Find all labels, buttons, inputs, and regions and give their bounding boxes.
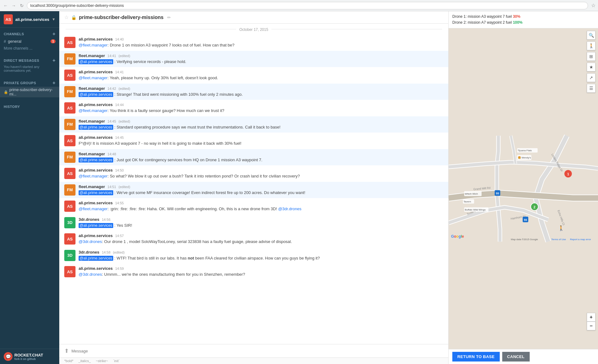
map-layers-button[interactable]: ⊞ (587, 52, 596, 61)
messages-list: October 17, 2015 AS ali.prime.services 1… (59, 24, 448, 344)
message-author: fleet.manager (79, 152, 105, 156)
svg-text:Tavern: Tavern (464, 200, 471, 203)
add-private-group-button[interactable]: + (52, 80, 56, 85)
url-bar[interactable] (27, 2, 588, 9)
italic-hint: _italics_ (78, 359, 91, 363)
message-edited: (edited) (119, 54, 130, 58)
svg-text:55: 55 (524, 218, 527, 221)
avatar: AS (64, 201, 75, 212)
map-search-button[interactable]: 🔍 (587, 31, 596, 40)
mention: @3dr.drones (79, 239, 102, 244)
message-time: 14:55 (115, 201, 124, 205)
map-zoom-out-button[interactable]: − (587, 322, 596, 330)
message-author: ali.prime.services (79, 201, 113, 205)
message-row: AS ali.prime.services 14:40 @fleet.manag… (59, 34, 448, 51)
sidebar-item-general[interactable]: # general 1 (0, 38, 59, 45)
bold-hint: *bold* (64, 359, 73, 363)
message-input[interactable] (71, 349, 443, 353)
message-author: ali.prime.services (79, 135, 113, 140)
map-container[interactable]: Grand Mill Rd Linden Ridge Dr Echo Hills… (449, 28, 598, 349)
svg-text:Which Wich: Which Wich (465, 192, 478, 195)
map-star-button[interactable]: ★ (587, 63, 596, 71)
map-menu-button[interactable]: ☰ (587, 84, 596, 93)
rocket-chat-logo[interactable]: 💬 ROCKET.CHAT fork it on github (4, 352, 43, 361)
strike-hint: ~strike~ (96, 359, 108, 363)
message-row: FM fleet.manager 14:45 (edited) @ali.pri… (59, 116, 448, 133)
mention: @fleet.manager (79, 206, 108, 211)
private-groups-label: PRIVATE GROUPS (4, 81, 36, 85)
bookmark-icon[interactable]: ☆ (591, 2, 596, 8)
avatar: FM (64, 184, 75, 196)
avatar: AS (64, 70, 75, 81)
message-content: ali.prime.services 14:41 @fleet.manager:… (79, 70, 443, 81)
svg-text:1: 1 (567, 172, 569, 176)
back-button[interactable]: ← (2, 2, 9, 9)
message-row: AS ali.prime.services 14:45 F*@#)! It is… (59, 133, 448, 149)
message-time: 14:48 (108, 152, 116, 156)
message-author: fleet.manager (79, 86, 105, 91)
chevron-down-icon: ▼ (52, 17, 56, 22)
attachment-button[interactable]: ⬆ (64, 347, 69, 354)
message-time: 14:41 (108, 54, 116, 58)
user-link[interactable]: @3dr.drones (278, 206, 302, 211)
dm-empty-text: You haven't started any conversations ye… (0, 64, 59, 74)
mention: @fleet.manager (79, 43, 108, 47)
channels-section: CHANNELS + # general 1 More channels ... (0, 28, 59, 54)
message-time: 14:58 (102, 250, 110, 254)
message-time: 14:50 (115, 168, 124, 172)
message-edited: (edited) (119, 185, 130, 189)
message-author: ali.prime.services (79, 70, 113, 74)
add-channel-button[interactable]: + (52, 32, 56, 36)
forward-button[interactable]: → (11, 2, 17, 9)
map-actions: RETURN TO BASE CANCEL (449, 349, 598, 364)
code-hint: `init` (113, 359, 119, 363)
general-badge: 1 (51, 39, 56, 43)
dm-label: DIRECT MESSAGES (4, 59, 39, 62)
svg-text:Google: Google (451, 235, 464, 239)
star-channel-button[interactable]: ☆ (64, 14, 69, 20)
avatar: AS (64, 266, 75, 277)
svg-text:🍔 Wendy's: 🍔 Wendy's (518, 156, 531, 159)
message-time: 14:42 (108, 87, 116, 90)
message-text: @ali.prime.services : Verifying service … (79, 59, 443, 65)
more-channels-link[interactable]: More channels ... (0, 45, 59, 52)
add-dm-button[interactable]: + (52, 58, 56, 63)
drone-info-bar: Drone 1: mission A3 waypoint 7 fuel 30% … (449, 11, 598, 28)
map-person-icon: 🚶 (587, 41, 596, 50)
return-to-base-button[interactable]: RETURN TO BASE (452, 352, 500, 362)
svg-text:Map data ©2015 Google: Map data ©2015 Google (511, 238, 538, 241)
dm-section-header: DIRECT MESSAGES + (0, 57, 59, 64)
map-share-button[interactable]: ↗ (587, 73, 596, 82)
edit-channel-button[interactable]: ✏ (167, 15, 171, 20)
message-text: @fleet.manager: Yeah, please hurry up. O… (79, 75, 443, 81)
message-edited: (edited) (113, 250, 124, 254)
avatar: FM (64, 152, 75, 163)
main-content: ☆ 🔒 prime-subscriber-delivery-missions ✏… (59, 11, 448, 364)
reload-button[interactable]: ↻ (19, 2, 25, 9)
message-row: AS ali.prime.services 14:50 @fleet.manag… (59, 165, 448, 182)
message-content: ali.prime.services 14:50 @fleet.manager:… (79, 168, 443, 179)
browser-chrome: ← → ↻ ☆ (0, 0, 598, 11)
message-text: @fleet.manager: So what? We blow it up o… (79, 173, 443, 179)
message-time: 14:45 (115, 136, 124, 139)
dm-section: DIRECT MESSAGES + You haven't started an… (0, 54, 59, 77)
message-row: FM fleet.manager 14:48 @ali.prime.servic… (59, 149, 448, 166)
sidebar-item-private-group[interactable]: 🔒 prime-subscriber-delivery-mi... (0, 87, 59, 97)
channels-label: CHANNELS (4, 32, 24, 36)
cancel-button[interactable]: CANCEL (502, 352, 530, 362)
message-content: 3dr.drones 14:58 (edited) @ali.prime.ser… (79, 250, 443, 261)
message-text: @3dr.drones: Ummm... we're the ones manu… (79, 271, 443, 278)
message-text: @3dr.drones: Our drone 1 , model SoloWay… (79, 239, 443, 245)
map-zoom-in-button[interactable]: + (587, 313, 596, 322)
message-author: 3dr.drones (79, 250, 99, 255)
mention: @ali.prime.services (79, 256, 113, 261)
mention: @3dr.drones (79, 272, 102, 277)
message-content: fleet.manager 14:48 @ali.prime.services … (79, 152, 443, 163)
avatar: AS (64, 135, 75, 146)
message-time: 14:57 (115, 234, 124, 238)
svg-text:55: 55 (496, 192, 499, 195)
app-container: AS ali.prime.services ▼ CHANNELS + # gen… (0, 11, 598, 364)
workspace-header[interactable]: AS ali.prime.services ▼ (0, 11, 59, 28)
history-section: HISTORY (0, 100, 59, 112)
message-time: 14:45 (108, 119, 116, 123)
